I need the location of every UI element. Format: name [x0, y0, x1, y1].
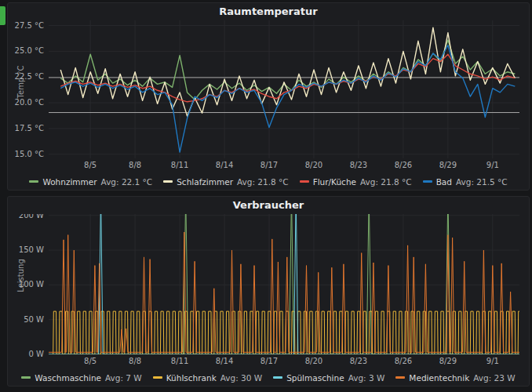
legend-series-name: Bad: [436, 177, 452, 187]
tick-label: 150 W: [19, 245, 44, 254]
legend-color-mark: [153, 376, 162, 379]
legend-item-waschmaschine[interactable]: WaschmaschineAvg: 7 W: [21, 373, 141, 383]
legend-color-mark: [21, 376, 31, 379]
chart-svg: 15.0 °C17.5 °C20.0 °C22.5 °C25.0 °C27.5 …: [14, 20, 524, 171]
panel-raumtemperatur: Raumtemperatur Temp °C 15.0 °C17.5 °C20.…: [7, 2, 530, 191]
tick-label: 8/29: [439, 357, 457, 365]
tick-label: 8/5: [84, 161, 97, 169]
legend-item-wohnzimmer[interactable]: WohnzimmerAvg: 22.1 °C: [29, 177, 152, 187]
legend-item-sp-lmaschine[interactable]: SpülmaschineAvg: 3 W: [273, 373, 384, 383]
legend-series-name: Medientechnik: [409, 373, 469, 383]
tick-label: 20.0 °C: [15, 98, 44, 107]
panel-title-verbraucher[interactable]: Verbraucher: [8, 197, 529, 213]
legend-series-avg: Avg: 23 W: [473, 373, 515, 383]
tick-label: 8/29: [439, 161, 457, 169]
legend-series-name: Schlafzimmer: [177, 177, 233, 187]
tick-label: 8/20: [305, 161, 322, 169]
tick-label: 17.5 °C: [15, 124, 44, 132]
tick-label: 8/14: [216, 357, 233, 365]
legend-item-k-hlschrank[interactable]: KühlschrankAvg: 30 W: [153, 373, 262, 383]
power-chart-plot[interactable]: 0 W50 W100 W150 W200 W8/58/88/118/148/17…: [14, 214, 524, 367]
tick-label: 8/20: [305, 357, 322, 365]
legend-series-avg: Avg: 22.1 °C: [101, 177, 153, 187]
tick-label: 8/17: [261, 161, 278, 169]
legend-color-mark: [163, 180, 173, 183]
legend-series-name: Flur/Küche: [313, 177, 356, 187]
legend-item-medientechnik[interactable]: MedientechnikAvg: 23 W: [395, 373, 515, 383]
chart-svg: 0 W50 W100 W150 W200 W8/58/88/118/148/17…: [14, 214, 524, 367]
tick-label: 22.5 °C: [15, 72, 44, 81]
tick-label: 8/14: [216, 161, 233, 169]
legend-series-name: Wohnzimmer: [42, 177, 97, 187]
legend-series-avg: Avg: 30 W: [220, 373, 262, 383]
power-chart-legend: WaschmaschineAvg: 7 WKühlschrankAvg: 30 …: [8, 371, 529, 384]
legend-item-flur-k-che[interactable]: Flur/KücheAvg: 21.8 °C: [300, 177, 412, 187]
legend-color-mark: [273, 376, 282, 379]
panel-title-raumtemperatur[interactable]: Raumtemperatur: [8, 3, 529, 20]
tick-label: 8/23: [350, 161, 367, 169]
legend-series-name: Waschmaschine: [35, 373, 101, 383]
tick-label: 8/5: [84, 357, 97, 365]
tick-label: 9/1: [486, 357, 499, 365]
legend-series-avg: Avg: 3 W: [348, 373, 385, 383]
tick-label: 8/8: [129, 357, 141, 365]
tick-label: 8/17: [261, 357, 278, 365]
legend-series-avg: Avg: 21.8 °C: [360, 177, 412, 187]
legend-series-avg: Avg: 21.8 °C: [237, 177, 289, 187]
tick-label: 8/8: [129, 161, 141, 169]
tick-label: 0 W: [29, 350, 45, 358]
tick-label: 200 W: [19, 214, 44, 220]
legend-color-mark: [423, 180, 432, 183]
tick-label: 8/26: [395, 357, 412, 365]
temperature-chart-plot[interactable]: 15.0 °C17.5 °C20.0 °C22.5 °C25.0 °C27.5 …: [14, 20, 524, 171]
panel-verbraucher: Verbraucher Leistung 0 W50 W100 W150 W20…: [7, 196, 530, 387]
legend-color-mark: [395, 376, 405, 379]
tick-label: 15.0 °C: [15, 150, 44, 158]
tick-label: 50 W: [24, 315, 44, 324]
legend-color-mark: [300, 180, 309, 183]
tick-label: 27.5 °C: [15, 21, 44, 30]
tick-label: 8/11: [171, 161, 188, 169]
tick-label: 25.0 °C: [15, 46, 44, 55]
legend-color-mark: [29, 180, 38, 183]
row-collapse-strip[interactable]: [0, 6, 5, 25]
tick-label: 8/11: [171, 357, 188, 365]
tick-label: 8/23: [350, 357, 367, 365]
temperature-chart-legend: WohnzimmerAvg: 22.1 °CSchlafzimmerAvg: 2…: [8, 175, 529, 188]
series-bad: [60, 45, 515, 153]
legend-series-name: Spülmaschine: [286, 373, 344, 383]
legend-series-name: Kühlschrank: [166, 373, 217, 383]
tick-label: 100 W: [19, 280, 44, 289]
legend-series-avg: Avg: 7 W: [105, 373, 142, 383]
tick-label: 8/26: [395, 161, 412, 169]
legend-item-bad[interactable]: BadAvg: 21.5 °C: [423, 177, 508, 187]
legend-series-avg: Avg: 21.5 °C: [456, 177, 508, 187]
legend-item-schlafzimmer[interactable]: SchlafzimmerAvg: 21.8 °C: [163, 177, 288, 187]
tick-label: 9/1: [486, 161, 499, 169]
